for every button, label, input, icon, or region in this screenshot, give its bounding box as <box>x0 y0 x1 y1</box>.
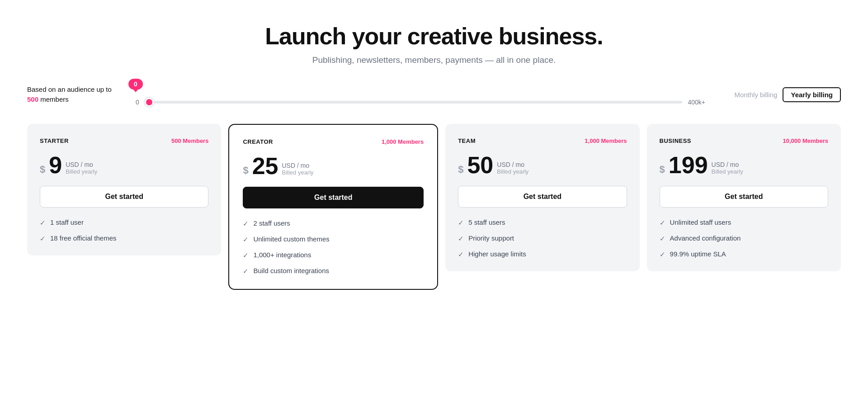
check-icon: ✓ <box>458 250 464 259</box>
audience-label: Based on an audience up to 500 members <box>27 85 127 105</box>
price-meta-creator: USD / mo Billed yearly <box>282 162 314 178</box>
check-icon: ✓ <box>660 235 665 243</box>
controls-row: Based on an audience up to 500 members 0… <box>27 83 841 106</box>
price-meta-business: USD / mo Billed yearly <box>712 161 743 177</box>
feature-item: ✓ 5 staff users <box>458 218 627 227</box>
plan-card-team: TEAM 1,000 Members $ 50 USD / mo Billed … <box>445 124 639 271</box>
plan-card-business: BUSINESS 10,000 Members $ 199 USD / mo B… <box>647 124 841 271</box>
price-dollar-creator: $ <box>243 164 248 178</box>
audience-suffix: members <box>40 95 69 103</box>
check-icon: ✓ <box>458 219 464 227</box>
feature-text: Unlimited staff users <box>670 218 731 226</box>
slider-bubble: 0 <box>128 79 143 90</box>
feature-text: Priority support <box>468 234 514 242</box>
plan-header-creator: CREATOR 1,000 Members <box>243 138 424 145</box>
check-icon: ✓ <box>660 250 665 259</box>
feature-text: 1,000+ integrations <box>253 251 311 259</box>
price-billed-business: Billed yearly <box>712 168 743 175</box>
plan-card-creator: CREATOR 1,000 Members $ 25 USD / mo Bill… <box>228 124 438 290</box>
plan-name-business: BUSINESS <box>660 137 691 144</box>
plan-card-starter: STARTER 500 Members $ 9 USD / mo Billed … <box>27 124 221 255</box>
plan-features-creator: ✓ 2 staff users ✓ Unlimited custom theme… <box>243 219 424 275</box>
feature-item: ✓ 1 staff user <box>40 218 208 227</box>
plans-row: STARTER 500 Members $ 9 USD / mo Billed … <box>27 124 841 290</box>
feature-text: 2 staff users <box>253 219 290 227</box>
feature-item: ✓ 2 staff users <box>243 219 424 228</box>
plan-price-row-business: $ 199 USD / mo Billed yearly <box>660 153 828 177</box>
price-dollar-business: $ <box>660 163 665 177</box>
check-icon: ✓ <box>40 219 46 227</box>
plan-members-starter: 500 Members <box>171 137 208 144</box>
feature-item: ✓ 18 free official themes <box>40 234 208 243</box>
yearly-billing-label[interactable]: Yearly billing <box>783 87 841 102</box>
feature-text: Unlimited custom themes <box>253 235 329 243</box>
feature-item: ✓ 1,000+ integrations <box>243 251 424 260</box>
price-usd-business: USD / mo <box>712 161 743 168</box>
feature-text: Build custom integrations <box>253 267 329 274</box>
plan-name-team: TEAM <box>458 137 476 144</box>
get-started-team[interactable]: Get started <box>458 186 627 208</box>
price-amount-starter: 9 <box>49 153 62 177</box>
check-icon: ✓ <box>243 220 249 228</box>
feature-item: ✓ 99.9% uptime SLA <box>660 250 828 259</box>
feature-text: Higher usage limits <box>468 250 526 258</box>
feature-text: 99.9% uptime SLA <box>670 250 726 258</box>
slider-track-row: 0 400k+ <box>136 99 705 106</box>
price-meta-starter: USD / mo Billed yearly <box>66 161 97 177</box>
price-billed-team: Billed yearly <box>497 168 528 175</box>
check-icon: ✓ <box>660 219 665 227</box>
check-icon: ✓ <box>458 235 464 243</box>
audience-slider[interactable] <box>145 101 683 104</box>
plan-name-creator: CREATOR <box>243 138 273 145</box>
slider-min-label: 0 <box>136 99 139 106</box>
plan-features-business: ✓ Unlimited staff users ✓ Advanced confi… <box>660 218 828 259</box>
plan-features-team: ✓ 5 staff users ✓ Priority support ✓ Hig… <box>458 218 627 259</box>
get-started-starter[interactable]: Get started <box>40 186 208 208</box>
page-title: Launch your creative business. <box>27 23 841 50</box>
plan-price-row-team: $ 50 USD / mo Billed yearly <box>458 153 627 177</box>
plan-price-row-starter: $ 9 USD / mo Billed yearly <box>40 153 208 177</box>
feature-text: Advanced configuration <box>670 234 741 242</box>
price-usd-creator: USD / mo <box>282 162 314 169</box>
price-dollar-starter: $ <box>40 163 45 177</box>
audience-highlight: 500 <box>27 95 38 103</box>
price-dollar-team: $ <box>458 163 463 177</box>
price-billed-starter: Billed yearly <box>66 168 97 175</box>
check-icon: ✓ <box>243 251 249 260</box>
plan-name-starter: STARTER <box>40 137 69 144</box>
plan-features-starter: ✓ 1 staff user ✓ 18 free official themes <box>40 218 208 243</box>
feature-text: 1 staff user <box>50 218 84 226</box>
page-subtitle: Publishing, newsletters, members, paymen… <box>27 55 841 65</box>
price-billed-creator: Billed yearly <box>282 169 314 176</box>
feature-text: 5 staff users <box>468 218 505 226</box>
check-icon: ✓ <box>40 235 46 243</box>
get-started-business[interactable]: Get started <box>660 186 828 208</box>
price-amount-team: 50 <box>467 153 493 177</box>
price-amount-business: 199 <box>669 153 708 177</box>
check-icon: ✓ <box>243 267 249 275</box>
feature-item: ✓ Higher usage limits <box>458 250 627 259</box>
billing-toggle: Monthly billing Yearly billing <box>714 87 841 102</box>
plan-header-business: BUSINESS 10,000 Members <box>660 137 828 144</box>
price-usd-team: USD / mo <box>497 161 528 168</box>
page-header: Launch your creative business. Publishin… <box>27 23 841 65</box>
check-icon: ✓ <box>243 236 249 244</box>
get-started-creator[interactable]: Get started <box>243 187 424 208</box>
slider-max-label: 400k+ <box>688 99 705 106</box>
plan-members-creator: 1,000 Members <box>382 138 424 145</box>
feature-item: ✓ Build custom integrations <box>243 267 424 275</box>
feature-item: ✓ Priority support <box>458 234 627 243</box>
monthly-billing-label[interactable]: Monthly billing <box>734 91 777 99</box>
bubble-value: 0 <box>128 79 143 90</box>
slider-section: 0 0 400k+ <box>127 83 714 106</box>
plan-members-team: 1,000 Members <box>585 137 627 144</box>
feature-item: ✓ Unlimited staff users <box>660 218 828 227</box>
plan-price-row-creator: $ 25 USD / mo Billed yearly <box>243 154 424 178</box>
feature-item: ✓ Unlimited custom themes <box>243 235 424 244</box>
plan-header-starter: STARTER 500 Members <box>40 137 208 144</box>
feature-text: 18 free official themes <box>50 234 116 242</box>
price-amount-creator: 25 <box>252 154 278 178</box>
plan-header-team: TEAM 1,000 Members <box>458 137 627 144</box>
price-meta-team: USD / mo Billed yearly <box>497 161 528 177</box>
feature-item: ✓ Advanced configuration <box>660 234 828 243</box>
